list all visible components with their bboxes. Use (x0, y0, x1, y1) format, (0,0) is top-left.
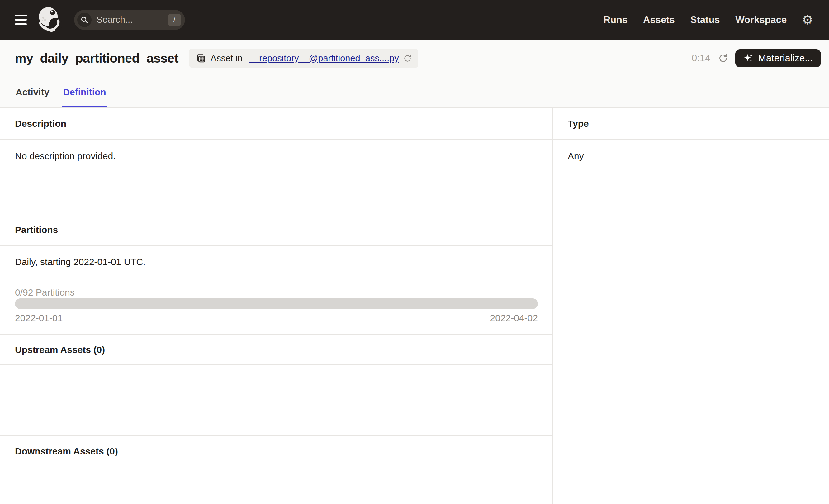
asset-page-header: my_daily_partitioned_asset Asset in __re… (0, 40, 829, 108)
hamburger-menu-icon[interactable] (15, 15, 27, 25)
top-navigation-bar: / Runs Assets Status Workspace ⚙ (0, 0, 829, 40)
type-body: Any (553, 140, 829, 161)
tab-activity[interactable]: Activity (15, 77, 50, 107)
partitions-body: Daily, starting 2022-01-01 UTC. 0/92 Par… (0, 246, 552, 334)
nav-assets[interactable]: Assets (643, 14, 675, 26)
partition-range-start: 2022-01-01 (15, 313, 63, 323)
materialize-label: Materialize... (758, 52, 813, 64)
global-search: / (74, 10, 185, 30)
search-input[interactable] (97, 15, 168, 25)
downstream-assets-body (0, 467, 552, 504)
definition-content: Description No description provided. Par… (0, 108, 829, 504)
materialize-button[interactable]: Materialize... (735, 49, 821, 67)
asset-in-label: Asset in (211, 53, 245, 64)
partition-count-label: 0/92 Partitions (15, 287, 538, 298)
top-nav-links: Runs Assets Status Workspace (604, 14, 787, 26)
partition-progress-bar (15, 298, 538, 309)
type-section-header: Type (553, 108, 829, 140)
asset-stack-icon (195, 52, 207, 64)
right-column: Type Any (553, 108, 829, 504)
dagster-logo[interactable] (37, 6, 62, 34)
octopus-logo-icon (37, 6, 62, 34)
upstream-assets-body (0, 365, 552, 435)
asset-location-badge: Asset in __repository__@partitioned_ass.… (189, 48, 418, 68)
nav-status[interactable]: Status (690, 14, 720, 26)
search-icon (77, 13, 92, 27)
repository-link[interactable]: __repository__@partitioned_ass....py (249, 53, 399, 64)
partitions-section-header: Partitions (0, 214, 552, 246)
description-section-header: Description (0, 108, 552, 140)
sparkle-icon (743, 53, 754, 64)
search-shortcut-key: / (168, 14, 181, 26)
nav-workspace[interactable]: Workspace (735, 14, 787, 26)
description-body: No description provided. (0, 140, 552, 214)
downstream-assets-header: Downstream Assets (0) (0, 435, 552, 467)
upstream-assets-header: Upstream Assets (0) (0, 334, 552, 365)
refresh-icon[interactable] (718, 53, 728, 64)
partition-schedule-text: Daily, starting 2022-01-01 UTC. (15, 257, 538, 267)
left-column: Description No description provided. Par… (0, 108, 553, 504)
nav-runs[interactable]: Runs (604, 14, 628, 26)
partition-range-end: 2022-04-02 (490, 313, 538, 323)
badge-reload-icon[interactable] (403, 54, 412, 63)
page-title: my_daily_partitioned_asset (15, 51, 178, 66)
asset-tabs: Activity Definition (0, 77, 829, 107)
refresh-countdown: 0:14 (692, 52, 710, 64)
gear-icon[interactable]: ⚙ (802, 13, 814, 27)
tab-definition[interactable]: Definition (62, 77, 107, 107)
